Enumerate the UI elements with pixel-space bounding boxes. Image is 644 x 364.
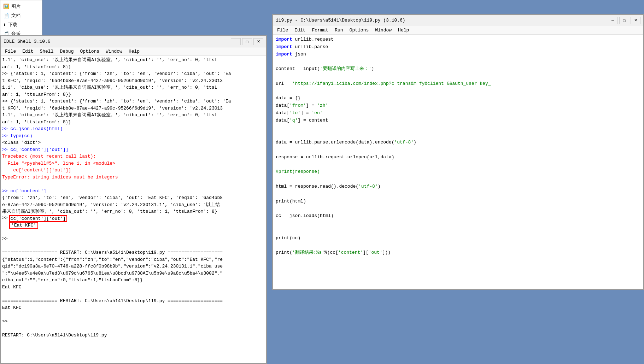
idle-shell-window: IDLE Shell 3.10.6 ─ □ ✕ File Edit Shell … <box>0 35 267 364</box>
shell-line-10: an': 1, 'ttsLanFrom': 8}} <box>2 119 265 126</box>
shell-line-restart-1: ==================== RESTART: C:\Users\a… <box>2 249 265 256</box>
file-panel: 🖼️ 图片 📄 文档 ⬇️ 下载 🎵 音乐 <box>0 0 42 40</box>
editor-menu-file[interactable]: File <box>274 27 291 34</box>
code-line-7: data['from'] = 'zh' <box>276 102 640 110</box>
shell-line-blank-5 <box>2 290 265 298</box>
idle-shell-maximize-button[interactable]: □ <box>242 38 252 45</box>
shell-line-17: cc['content']['out']] <box>2 167 265 174</box>
idle-shell-close-button[interactable]: ✕ <box>253 38 263 45</box>
shell-line-16: File "<pyshell#5>", line 1, in <module> <box>2 160 265 167</box>
code-line-blank-3 <box>276 88 640 95</box>
idle-menu-window[interactable]: Window <box>103 48 125 55</box>
code-line-3: import json <box>276 51 640 58</box>
idle-shell-titlebar: IDLE Shell 3.10.6 ─ □ ✕ <box>1 36 266 47</box>
file-panel-label-docs: 文档 <box>11 12 21 19</box>
code-line-blank-9 <box>276 190 640 198</box>
editor-close-button[interactable]: ✕ <box>631 17 640 24</box>
file-panel-item-downloads[interactable]: ⬇️ 下载 <box>0 20 42 29</box>
shell-line-blank-6 <box>2 311 265 318</box>
code-line-blank-10 <box>276 205 640 212</box>
code-line-15: cc = json.loads(html) <box>276 212 640 220</box>
shell-line-eat-kfc-1: Eat KFC <box>2 284 265 291</box>
idle-menu-edit[interactable]: Edit <box>19 48 36 55</box>
editor-code-area[interactable]: import urllib.request import urllib.pars… <box>273 35 643 289</box>
code-line-blank-5 <box>276 131 640 139</box>
code-line-2: import urllib.parse <box>276 43 640 51</box>
editor-maximize-button[interactable]: □ <box>619 17 629 24</box>
shell-line-20: {'from': 'zh', 'to': 'en', 'vendor': 'ci… <box>2 194 265 201</box>
idle-menu-shell[interactable]: Shell <box>37 48 56 55</box>
file-panel-item-docs[interactable]: 📄 文档 <box>0 11 42 20</box>
shell-line-eat-kfc-2: Eat KFC <box>2 304 265 311</box>
shell-line-18: TypeError: string indices must be intege… <box>2 174 265 181</box>
editor-title: 119.py - C:\Users\a5141\Desktop\119.py (… <box>276 18 405 23</box>
editor-window: 119.py - C:\Users\a5141\Desktop\119.py (… <box>272 14 644 290</box>
shell-line-14: >> cc['content']['out']] <box>2 146 265 153</box>
code-line-6: data = {} <box>276 95 640 102</box>
code-line-8: data['to'] = 'en' <box>276 110 640 117</box>
idle-menu-help[interactable]: Help <box>126 48 142 55</box>
shell-line-json-out-4: ciba_out":"","err_no":0,"ttsLan":1,"ttsL… <box>2 277 265 284</box>
idle-shell-content[interactable]: 1.1', 'ciba_use': '以上结果来自词霸AI实验室。', 'cib… <box>1 56 266 363</box>
shell-highlighted-area: >> cc['content']['out'] <box>2 215 265 222</box>
editor-menu-run[interactable]: Run <box>332 27 346 34</box>
editor-menu-options[interactable]: Options <box>347 27 372 34</box>
idle-shell-minimize-button[interactable]: ─ <box>231 38 241 45</box>
editor-menu-format[interactable]: Format <box>309 27 331 34</box>
idle-menu-options[interactable]: Options <box>77 48 102 55</box>
images-icon: 🖼️ <box>3 4 9 10</box>
code-line-17: print('翻译结果:%s'%(cc['content']['out'])) <box>276 249 640 257</box>
shell-line-prompt: >> <box>2 318 265 325</box>
editor-menubar: File Edit Format Run Options Window Help <box>273 26 643 35</box>
file-panel-item-images[interactable]: 🖼️ 图片 <box>0 2 42 11</box>
editor-menu-help[interactable]: Help <box>395 27 412 34</box>
code-line-1: import urllib.request <box>276 36 640 43</box>
code-line-blank-11 <box>276 220 640 227</box>
code-line-blank-6 <box>276 146 640 154</box>
code-line-blank-7 <box>276 161 640 169</box>
shell-line-json-out-2: qid":"dc190a3a-6e70-4746-a228-ffc8f0b98b… <box>2 263 265 270</box>
editor-titlebar: 119.py - C:\Users\a5141\Desktop\119.py (… <box>273 15 643 26</box>
shell-line-4: t KFC', 'reqid': '6ad4bb8e-87ae-4427-a99… <box>2 77 265 84</box>
shell-line-13: <class 'dict'> <box>2 139 265 146</box>
idle-menu-debug[interactable]: Debug <box>57 48 76 55</box>
shell-line-blank-7 <box>2 325 265 332</box>
docs-icon: 📄 <box>3 13 9 19</box>
code-line-10: data = urllib.parse.urlencode(data).enco… <box>276 139 640 146</box>
editor-menu-window[interactable]: Window <box>372 27 394 34</box>
shell-line-19: >> cc['content'] <box>2 188 265 195</box>
idle-menu-file[interactable]: File <box>2 48 19 55</box>
shell-line-restart-3-partial: RESTART: C:\Users\a5141\Desktop\119.py <box>2 332 265 339</box>
code-line-9: data['q'] = content <box>276 117 640 124</box>
shell-line-1: 1.1', 'ciba_use': '以上结果来自词霸AI实验室。', 'cib… <box>2 57 265 64</box>
shell-line-restart-2: ==================== RESTART: C:\Users\a… <box>2 298 265 305</box>
shell-line-json-out-3: ":"\u4ee5\u4e0a\u7ed3\u679c\u6765\u81ea\… <box>2 270 265 277</box>
shell-line-5: 1.1', 'ciba_use': '以上结果来自词霸AI实验室。', 'cib… <box>2 84 265 91</box>
shell-line-21: e-87ae-4427-a99c-95266f6d9d19', 'version… <box>2 201 265 209</box>
shell-line-blank-1 <box>2 181 265 188</box>
file-panel-label-images: 图片 <box>11 3 21 10</box>
shell-highlighted-result: 'Eat KFC' <box>9 222 38 229</box>
shell-line-blank-4 <box>2 242 265 249</box>
shell-line-3: >> {'status': 1, 'content': {'from': 'zh… <box>2 70 265 77</box>
shell-line-12: >> type(cc) <box>2 133 265 140</box>
shell-line-json-out: {"status":1,"content":{"from":"zh","to":… <box>2 256 265 263</box>
editor-controls: ─ □ ✕ <box>608 17 640 24</box>
editor-menu-edit[interactable]: Edit <box>292 27 308 34</box>
idle-shell-menubar: File Edit Shell Debug Options Window Hel… <box>1 47 266 56</box>
editor-minimize-button[interactable]: ─ <box>608 17 618 24</box>
code-line-blank-1 <box>276 58 640 65</box>
idle-shell-controls: ─ □ ✕ <box>231 38 263 45</box>
shell-line-15: Traceback (most recent call last): <box>2 153 265 160</box>
file-panel-label-downloads: 下载 <box>8 22 17 28</box>
shell-line-2: an': 1, 'ttsLanFrom': 8}} <box>2 64 265 71</box>
code-line-blank-13 <box>276 242 640 249</box>
shell-line-9: 1.1', 'ciba_use': '以上结果来自词霸AI实验室。', 'cib… <box>2 112 265 119</box>
shell-prompt: >> <box>2 215 8 221</box>
code-line-4: content = input('要翻译的内容写上来：') <box>276 65 640 73</box>
desktop: 🖼️ 图片 📄 文档 ⬇️ 下载 🎵 音乐 IDLE Shell 3.10.6 … <box>0 0 644 364</box>
code-line-12: #print(response) <box>276 168 640 176</box>
shell-line-7: >> {'status': 1, 'content': {'from': 'zh… <box>2 98 265 105</box>
code-line-blank-2 <box>276 73 640 80</box>
shell-line-6: an': 1, 'ttsLanFrom': 8}} <box>2 91 265 98</box>
